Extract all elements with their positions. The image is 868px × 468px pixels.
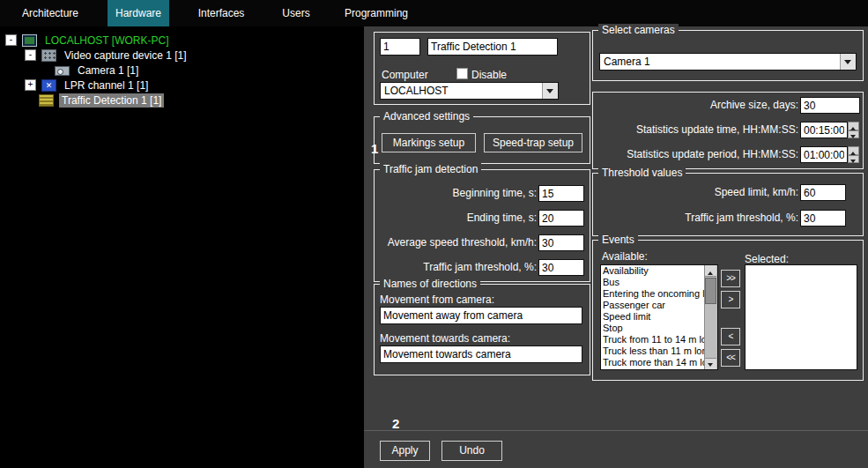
computer-label: Computer <box>382 69 428 81</box>
beginning-time-label: Beginning time, s: <box>378 185 537 202</box>
traffic-jam-title: Traffic jam detection <box>380 163 481 176</box>
computer-select-value: LOCALHOST <box>384 84 449 98</box>
tab-hardware[interactable]: Hardware <box>108 0 169 26</box>
statistics-update-period-label: Statistics update period, HH:MM:SS: <box>597 146 798 163</box>
select-cameras-group: Select cameras Camera 1 <box>592 30 864 81</box>
statistics-period-spinner[interactable] <box>848 146 859 163</box>
tab-programming[interactable]: Programming <box>333 0 419 26</box>
speed-trap-setup-button[interactable]: Speed-trap setup <box>484 133 582 152</box>
traffic-jam-threshold-field[interactable] <box>538 259 584 276</box>
scroll-thumb[interactable] <box>705 278 716 304</box>
available-events-list[interactable]: Availability Bus Entering the oncoming l… <box>600 264 718 370</box>
camera-select-value: Camera 1 <box>604 55 650 69</box>
threshold-traffic-jam-field[interactable] <box>800 210 846 227</box>
events-group: Events Available: Selected: Availability… <box>592 240 864 381</box>
remove-all-button[interactable]: << <box>721 349 740 367</box>
movement-from-camera-field[interactable] <box>380 307 582 324</box>
footer-divider <box>364 430 868 431</box>
tab-interfaces[interactable]: Interfaces <box>182 0 261 26</box>
scroll-up-icon[interactable] <box>705 265 716 277</box>
tree-item-localhost[interactable]: - LOCALHOST [WORK-PC] <box>0 33 364 48</box>
speed-limit-field[interactable] <box>800 184 846 201</box>
list-item[interactable]: Bus <box>601 277 705 288</box>
average-speed-threshold-field[interactable] <box>538 234 584 251</box>
archive-group: Archive size, days: Statistics update ti… <box>592 92 864 169</box>
tab-users[interactable]: Users <box>270 0 323 26</box>
tree-item-label: LOCALHOST [WORK-PC] <box>42 33 171 48</box>
hardware-tree: - LOCALHOST [WORK-PC] - Video capture de… <box>0 26 364 468</box>
arrow-down-icon[interactable] <box>848 155 859 164</box>
disable-checkbox[interactable] <box>456 68 468 79</box>
list-item[interactable]: Stop <box>601 323 705 334</box>
available-list-scrollbar[interactable] <box>704 265 717 369</box>
beginning-time-field[interactable] <box>538 185 584 202</box>
selected-events-list[interactable] <box>745 264 857 370</box>
object-id-field[interactable] <box>380 38 420 56</box>
list-item[interactable]: Speed limit <box>601 311 705 323</box>
threshold-values-group: Threshold values Speed limit, km/h: Traf… <box>592 173 864 236</box>
movement-from-camera-label: Movement from camera: <box>380 293 494 306</box>
add-all-button[interactable]: >> <box>721 270 740 287</box>
list-item[interactable]: Truck less than 11 m lor <box>601 345 705 357</box>
undo-button[interactable]: Undo <box>441 441 502 461</box>
arrow-up-icon[interactable] <box>848 146 859 155</box>
archive-size-label: Archive size, days: <box>597 97 798 114</box>
identity-group: Computer Disable LOCALHOST <box>374 32 590 105</box>
expand-expander-icon[interactable]: + <box>25 79 36 91</box>
capture-board-icon <box>41 49 56 62</box>
statistics-update-time-label: Statistics update time, HH:MM:SS: <box>597 122 798 138</box>
list-item[interactable]: Truck more than 14 m lo <box>601 357 705 368</box>
statistics-time-spinner[interactable] <box>848 122 859 138</box>
statistics-update-time-field[interactable] <box>800 122 848 138</box>
tab-architecture[interactable]: Architecture <box>12 0 88 26</box>
annotation-step-2: 2 <box>392 416 399 431</box>
tree-item-label: Camera 1 [1] <box>75 63 141 78</box>
tree-item-camera[interactable]: Camera 1 [1] <box>0 63 364 78</box>
traffic-jam-threshold-label: Traffic jam threshold, %: <box>378 259 537 276</box>
speed-limit-label: Speed limit, km/h: <box>597 184 798 201</box>
remove-button[interactable]: < <box>721 328 740 345</box>
annotation-step-1: 1 <box>371 141 378 156</box>
collapse-expander-icon[interactable]: - <box>25 49 36 61</box>
ending-time-label: Ending time, s: <box>378 210 537 227</box>
tree-item-label: LPR channel 1 [1] <box>62 78 151 93</box>
events-title: Events <box>598 234 638 247</box>
markings-setup-button[interactable]: Markings setup <box>382 133 476 152</box>
chevron-down-icon[interactable] <box>542 83 558 99</box>
select-cameras-title: Select cameras <box>598 24 679 37</box>
threshold-values-title: Threshold values <box>598 167 686 180</box>
arrow-up-icon[interactable] <box>848 122 859 130</box>
tree-item-video-capture-device[interactable]: - Video capture device 1 [1] <box>0 48 364 63</box>
list-item[interactable]: Entering the oncoming la <box>601 288 705 300</box>
directions-group: Names of directions Movement from camera… <box>374 284 590 375</box>
advanced-settings-group: Advanced settings Markings setup Speed-t… <box>374 116 590 164</box>
traffic-detection-icon <box>39 94 54 107</box>
list-item[interactable]: Availability <box>601 265 705 277</box>
scroll-down-icon[interactable] <box>705 358 716 369</box>
apply-button[interactable]: Apply <box>380 441 430 461</box>
tree-item-label-selected: Traffic Detection 1 [1] <box>59 93 164 108</box>
statistics-update-period-field[interactable] <box>800 146 848 163</box>
threshold-traffic-jam-label: Traffic jam threshold, %: <box>597 210 798 227</box>
monitor-icon <box>22 34 37 47</box>
app-window: Architecture Hardware Interfaces Users P… <box>0 0 868 468</box>
ending-time-field[interactable] <box>538 210 584 227</box>
collapse-expander-icon[interactable]: - <box>5 34 17 46</box>
advanced-settings-title: Advanced settings <box>380 110 473 123</box>
object-name-field[interactable] <box>427 38 558 56</box>
chevron-down-icon[interactable] <box>840 54 856 70</box>
arrow-down-icon[interactable] <box>848 130 859 139</box>
camera-icon <box>55 66 70 76</box>
list-item[interactable]: Passenger car <box>601 300 705 311</box>
archive-size-field[interactable] <box>800 97 860 114</box>
tree-item-lpr-channel[interactable]: + LPR channel 1 [1] <box>0 78 364 93</box>
camera-select[interactable]: Camera 1 <box>599 53 857 71</box>
computer-select[interactable]: LOCALHOST <box>380 82 559 100</box>
tree-item-label: Video capture device 1 [1] <box>62 48 189 63</box>
list-item[interactable]: Truck from 11 to 14 m lo <box>601 334 705 345</box>
disable-label: Disable <box>471 69 507 81</box>
menu-bar: Architecture Hardware Interfaces Users P… <box>0 0 868 26</box>
tree-item-traffic-detection[interactable]: Traffic Detection 1 [1] <box>0 93 364 108</box>
movement-towards-camera-field[interactable] <box>380 345 582 363</box>
add-button[interactable]: > <box>721 291 740 308</box>
